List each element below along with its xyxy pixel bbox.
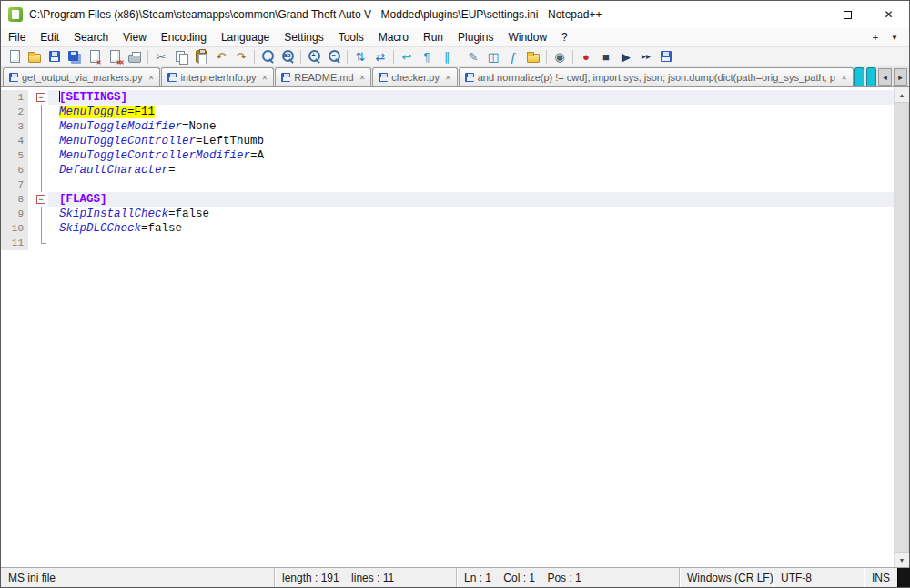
fold-margin[interactable]: − [35, 90, 48, 105]
menu-macro[interactable]: Macro [371, 29, 416, 46]
code-line-2[interactable]: 2MenuToggle=F11 [1, 105, 894, 119]
function-list-icon-button[interactable]: ƒ [503, 47, 523, 66]
tab-2[interactable]: interpreterInfo.py✕ [161, 67, 274, 86]
menu-edit[interactable]: Edit [33, 29, 66, 46]
new-tab-button[interactable]: + [873, 32, 878, 43]
monitoring-icon: ◉ [554, 51, 564, 63]
tab-close-icon[interactable]: ✕ [359, 74, 366, 82]
indent-guide-icon-button[interactable]: ∥ [437, 47, 457, 66]
menu-tools[interactable]: Tools [331, 29, 371, 46]
menu-plugins[interactable]: Plugins [450, 29, 500, 46]
zoom-in-icon-button[interactable]: + [304, 47, 324, 66]
menu-language[interactable]: Language [214, 29, 277, 46]
tab-close-icon[interactable]: ✕ [148, 74, 155, 82]
toolbar-separator [572, 50, 573, 64]
replace-icon-button[interactable]: ab [278, 47, 298, 66]
macro-save-icon-button[interactable] [656, 47, 676, 66]
save-icon-button[interactable] [45, 47, 65, 66]
copy-icon-button[interactable] [171, 47, 191, 66]
menu-file[interactable]: File [1, 29, 33, 46]
open-file-icon-button[interactable] [25, 47, 45, 66]
word-wrap-icon-button[interactable]: ↩ [397, 47, 417, 66]
tab-close-icon[interactable]: ✕ [262, 74, 268, 82]
menu-settings[interactable]: Settings [277, 29, 330, 46]
undo-icon-button[interactable]: ↶ [211, 47, 231, 66]
line-number: 11 [1, 236, 28, 250]
macro-record-icon-button[interactable]: ● [576, 47, 596, 66]
monitoring-icon-button[interactable]: ◉ [550, 47, 570, 66]
code-line-10[interactable]: 10SkipDLCCheck=false [1, 221, 894, 236]
tab-close-icon[interactable]: ✕ [445, 74, 451, 82]
tab-dropdown-button[interactable]: ▼ [891, 34, 898, 42]
title-bar[interactable]: C:\Program Files (x86)\Steam\steamapps\c… [1, 1, 909, 28]
menu-search[interactable]: Search [66, 29, 116, 46]
fold-margin[interactable]: − [35, 192, 48, 207]
new-file-icon-button[interactable] [5, 47, 25, 66]
define-language-icon-button[interactable]: ✎ [463, 47, 483, 66]
vertical-scrollbar[interactable]: ▲ ▼ [894, 87, 909, 567]
tab-scroll-right-button[interactable]: ▸ [894, 68, 907, 86]
find-icon-button[interactable] [258, 47, 278, 66]
tab-4[interactable]: checker.py✕ [372, 67, 457, 86]
fold-margin [35, 119, 48, 134]
macro-run-multiple-icon-button[interactable]: ▸▸ [636, 47, 656, 66]
code-area[interactable]: 1−[SETTINGS]2MenuToggle=F113MenuToggleMo… [1, 87, 894, 567]
resize-grip[interactable] [897, 568, 910, 587]
paste-icon-button[interactable] [191, 47, 211, 66]
status-encoding[interactable]: UTF-8 [773, 568, 864, 587]
tab-5[interactable]: and normalize(p) != cwd]; import sys, js… [459, 67, 854, 86]
menu-help[interactable]: ? [554, 29, 575, 46]
close-button[interactable]: ✕ [868, 1, 909, 28]
code-line-6[interactable]: 6DefaultCharacter= [1, 163, 894, 177]
macro-stop-icon-button[interactable]: ■ [596, 47, 616, 66]
status-insert-mode[interactable]: INS [864, 568, 897, 587]
toolbar-separator [460, 50, 460, 64]
code-text: SkipInstallCheck=false [48, 207, 894, 221]
code-line-7[interactable]: 7 [1, 177, 894, 192]
menu-view[interactable]: View [116, 29, 154, 46]
tab-close-icon[interactable]: ✕ [841, 74, 847, 82]
code-segment: MenuToggleController [59, 135, 196, 147]
tab-stub-2[interactable] [866, 67, 876, 86]
redo-icon-button[interactable]: ↷ [231, 47, 251, 66]
cut-icon-button[interactable]: ✂ [151, 47, 171, 66]
fold-margin [35, 134, 48, 148]
sync-vertical-scroll-icon-button[interactable]: ⇅ [350, 47, 370, 66]
zoom-out-icon-button[interactable]: − [324, 47, 344, 66]
fold-collapse-icon[interactable]: − [36, 93, 46, 102]
scroll-down-icon[interactable]: ▼ [895, 553, 909, 567]
code-line-4[interactable]: 4MenuToggleController=LeftThumb [1, 134, 894, 148]
code-line-11[interactable]: 11 [1, 236, 894, 250]
code-segment: [FLAGS] [59, 193, 107, 206]
scrollbar-thumb[interactable] [895, 102, 909, 553]
print-icon-button[interactable] [125, 47, 145, 66]
folder-as-workspace-icon-button[interactable] [523, 47, 543, 66]
menu-run[interactable]: Run [416, 29, 450, 46]
line-number: 7 [1, 177, 28, 192]
minimize-button[interactable]: — [786, 1, 827, 28]
status-eol-format[interactable]: Windows (CR LF) [679, 568, 773, 587]
menu-window[interactable]: Window [500, 29, 554, 46]
macro-play-icon-button[interactable]: ▶ [616, 47, 636, 66]
maximize-button[interactable] [827, 1, 868, 28]
menu-encoding[interactable]: Encoding [154, 29, 214, 46]
toolbar-separator [147, 50, 148, 64]
save-all-icon-button[interactable] [65, 47, 85, 66]
close-file-icon-button[interactable] [85, 47, 105, 66]
close-all-icon-button[interactable] [105, 47, 125, 66]
scroll-up-icon[interactable]: ▲ [895, 87, 909, 102]
code-text [48, 236, 894, 250]
show-all-characters-icon-button[interactable]: ¶ [417, 47, 437, 66]
code-line-1[interactable]: 1−[SETTINGS] [1, 90, 894, 105]
tab-1[interactable]: get_output_via_markers.py✕ [3, 67, 160, 86]
tab-3[interactable]: README.md✕ [275, 67, 371, 86]
code-line-9[interactable]: 9SkipInstallCheck=false [1, 207, 894, 221]
sync-horizontal-scroll-icon-button[interactable]: ⇄ [370, 47, 390, 66]
code-line-8[interactable]: 8−[FLAGS] [1, 192, 894, 207]
tab-scroll-left-button[interactable]: ◂ [878, 68, 892, 86]
fold-collapse-icon[interactable]: − [36, 195, 46, 204]
code-line-5[interactable]: 5MenuToggleControllerModifier=A [1, 148, 894, 163]
tab-stub-1[interactable] [854, 67, 864, 86]
document-map-icon-button[interactable]: ◫ [483, 47, 503, 66]
code-line-3[interactable]: 3MenuToggleModifier=None [1, 119, 894, 134]
